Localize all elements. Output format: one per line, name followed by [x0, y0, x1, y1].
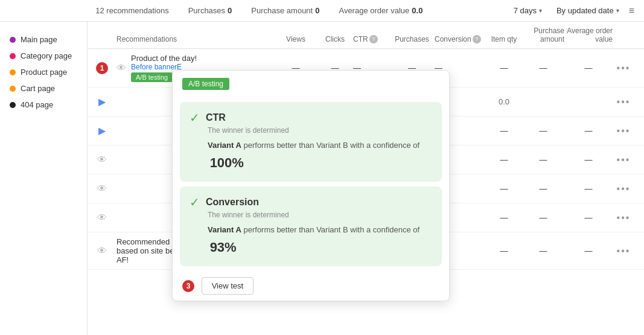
row-icon: 👁 [88, 212, 116, 223]
table-header: Recommendations Views Clicks CTR ? Purch… [88, 22, 644, 49]
conversion-subtitle: The winner is determined [208, 211, 432, 219]
ctr-help-icon[interactable]: ? [369, 35, 378, 43]
row-more-button[interactable]: ••• [613, 246, 634, 257]
cell-item-qty: — [486, 155, 522, 164]
col-header-ctr: CTR ? [353, 35, 389, 43]
dot-icon [10, 69, 16, 75]
row-icon: 👁 [88, 183, 116, 194]
cell-avg-order: — [564, 213, 613, 222]
avg-order-value: 0.0 [412, 6, 422, 15]
ctr-variant: Variant A [208, 141, 241, 150]
cell-avg-order: — [564, 184, 613, 193]
step-badge: 1 [96, 62, 108, 74]
sidebar-item-category-page[interactable]: Category page [5, 48, 82, 64]
row-more-button[interactable]: ••• [613, 155, 634, 165]
chevron-down-icon: ▾ [616, 7, 619, 14]
sidebar-item-404-page[interactable]: 404 page [5, 97, 82, 113]
purchases-label: Purchases [188, 6, 225, 15]
cell-purchase-amount: — [522, 184, 564, 193]
conversion-variant: Variant A [208, 225, 241, 234]
play-icon[interactable]: ▶ [98, 96, 106, 107]
main-layout: Main page Category page Product page Car… [0, 22, 644, 335]
dot-icon [10, 102, 16, 108]
avg-order-stat: Average order value 0.0 [339, 6, 422, 15]
sidebar-item-product-page[interactable]: Product page [5, 64, 82, 80]
cell-item-qty: — [486, 126, 522, 135]
visibility-icon[interactable]: 👁 [97, 212, 107, 223]
cell-avg-order: — [564, 155, 613, 164]
check-icon: ✓ [190, 195, 200, 209]
row-icon: 👁 [88, 246, 116, 257]
row-more-button[interactable]: ••• [613, 97, 634, 107]
visibility-icon[interactable]: 👁 [97, 183, 107, 194]
chevron-down-icon: ▾ [539, 7, 542, 14]
ab-testing-label: A/B testing [182, 78, 229, 90]
view-test-button[interactable]: View test [202, 277, 254, 295]
sidebar-item-label: Cart page [21, 84, 55, 93]
sort-button[interactable]: By updated date ▾ [552, 4, 624, 18]
sidebar-item-main-page[interactable]: Main page [5, 31, 82, 48]
top-bar-controls: 7 days ▾ By updated date ▾ ≡ [509, 4, 634, 18]
cell-purchase-amount: — [522, 213, 564, 222]
cell-item-qty: 0.0 [486, 97, 522, 106]
visibility-icon[interactable]: 👁 [116, 63, 126, 74]
ab-testing-badge[interactable]: A/B testing [131, 72, 173, 82]
cell-purchase-amount: — [522, 155, 564, 164]
row-more-button[interactable]: ••• [613, 183, 634, 194]
conversion-confidence: 93% [210, 240, 237, 255]
ctr-subtitle: The winner is determined [208, 126, 432, 135]
cell-avg-order: — [564, 63, 613, 72]
days-filter-button[interactable]: 7 days ▾ [509, 4, 547, 18]
col-header-avg-order: Average order value [564, 27, 613, 43]
row-icon: ▶ [88, 125, 116, 136]
sidebar-item-label: 404 page [21, 100, 53, 109]
ctr-confidence: 100% [210, 155, 244, 170]
ctr-body: Variant A performs better than Variant B… [208, 139, 432, 173]
col-header-item-qty: Item qty [486, 35, 522, 43]
sidebar: Main page Category page Product page Car… [0, 22, 88, 335]
recommendation-name: Product of the day! [131, 54, 275, 63]
dot-icon [10, 53, 16, 59]
play-icon[interactable]: ▶ [98, 125, 106, 136]
conversion-card-header: ✓ Conversion [190, 195, 432, 209]
row-icon: 1 [88, 62, 116, 74]
avg-order-label: Average order value [339, 6, 409, 15]
popup-header: A/B testing [173, 71, 449, 97]
ctr-title: CTR [206, 112, 226, 123]
ab-testing-popup: A/B testing ✓ CTR The winner is determin… [172, 70, 450, 301]
recommendations-stat: 12 recommendations [95, 6, 168, 15]
row-more-button[interactable]: ••• [613, 63, 634, 74]
visibility-icon[interactable]: 👁 [97, 246, 107, 257]
top-bar: 12 recommendations Purchases 0 Purchase … [0, 0, 644, 22]
ctr-card-header: ✓ CTR [190, 110, 432, 125]
purchases-value: 0 [228, 6, 232, 15]
conversion-help-icon[interactable]: ? [473, 35, 481, 43]
cell-item-qty: — [486, 184, 522, 193]
purchases-stat: Purchases 0 [188, 6, 232, 15]
days-filter-label: 7 days [514, 6, 537, 15]
check-icon: ✓ [190, 110, 200, 125]
purchase-amount-value: 0 [315, 6, 319, 15]
visibility-icon[interactable]: 👁 [97, 155, 107, 165]
row-icon: ▶ [88, 96, 116, 107]
popup-footer: 3 View test [173, 271, 449, 301]
row-more-button[interactable]: ••• [613, 212, 634, 223]
cell-item-qty: — [486, 63, 522, 72]
cell-avg-order: — [564, 246, 613, 255]
cell-item-qty: — [486, 213, 522, 222]
stats-bar: 12 recommendations Purchases 0 Purchase … [10, 6, 509, 15]
step-badge-3: 3 [182, 280, 194, 292]
col-header-purchase-amount: Purchase amount [522, 27, 564, 43]
col-header-purchases: Purchases [389, 35, 435, 43]
recommendations-label: 12 recommendations [95, 6, 168, 15]
conversion-result-card: ✓ Conversion The winner is determined Va… [180, 187, 442, 266]
dot-icon [10, 86, 16, 92]
conversion-title: Conversion [206, 197, 259, 208]
row-icon: 👁 [88, 155, 116, 165]
cell-purchase-amount: — [522, 126, 564, 135]
row-more-button[interactable]: ••• [613, 126, 634, 136]
filter-icon[interactable]: ≡ [629, 5, 634, 16]
sidebar-item-cart-page[interactable]: Cart page [5, 80, 82, 97]
col-header-conversion: Conversion ? [435, 35, 486, 43]
ctr-result-card: ✓ CTR The winner is determined Variant A… [180, 102, 442, 182]
